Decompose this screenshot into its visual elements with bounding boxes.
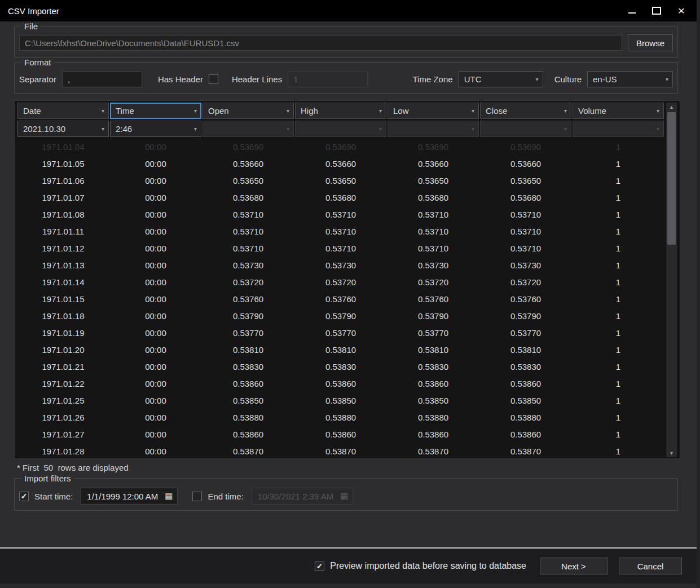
table-cell: 0.53720	[480, 274, 571, 291]
table-cell: 00:00	[110, 443, 201, 457]
time-zone-label: Time Zone	[413, 74, 453, 84]
cancel-button[interactable]: Cancel	[619, 558, 682, 574]
start-time-checkbox[interactable]	[19, 492, 29, 501]
scroll-up-arrow[interactable]: ▲	[666, 103, 677, 111]
table-row[interactable]: 1971.01.0400:000.536900.536900.536900.53…	[17, 139, 664, 156]
table-cell: 1	[573, 443, 664, 457]
culture-label: Culture	[554, 74, 582, 84]
table-cell: 00:00	[110, 359, 201, 375]
has-header-checkbox[interactable]	[209, 74, 218, 84]
table-cell: 0.53710	[202, 240, 294, 257]
table-row[interactable]: 1971.01.1400:000.537200.537200.537200.53…	[17, 274, 664, 291]
start-time-input[interactable]: 1/1/1999 12:00 AM ▦	[81, 488, 178, 505]
table-row[interactable]: 1971.01.0500:000.536600.536600.536600.53…	[17, 156, 664, 173]
chevron-down-icon: ▾	[472, 126, 474, 132]
table-cell: 0.53870	[295, 443, 386, 457]
chevron-down-icon: ▾	[287, 126, 289, 132]
table-cell: 1	[573, 409, 664, 426]
table-row[interactable]: 1971.01.2800:000.538700.538700.538700.53…	[17, 443, 664, 457]
minimize-button[interactable]	[623, 3, 640, 18]
header-lines-label: Header Lines	[232, 74, 282, 84]
table-cell: 0.53650	[388, 173, 479, 189]
table-cell: 0.53850	[480, 392, 571, 409]
table-cell: 0.53710	[480, 206, 571, 223]
table-cell: 0.53770	[480, 325, 571, 342]
next-button[interactable]: Next >	[540, 558, 607, 574]
table-row[interactable]: 1971.01.1300:000.537300.537300.537300.53…	[17, 257, 664, 274]
title-bar: CSV Importer ×	[0, 0, 697, 21]
separator-value: ,	[68, 74, 70, 84]
table-cell: 1971.01.20	[17, 342, 109, 359]
table-row[interactable]: 1971.01.2200:000.538600.538600.538600.53…	[17, 375, 664, 392]
table-row[interactable]: 1971.01.1800:000.537900.537900.537900.53…	[17, 308, 664, 325]
table-cell: 00:00	[110, 206, 201, 223]
format-mapping-date[interactable]: 2021.10.30▾	[17, 121, 109, 137]
column-mapping-time[interactable]: Time▾	[110, 103, 201, 119]
scroll-down-arrow[interactable]: ▼	[666, 449, 677, 457]
table-cell: 0.53710	[202, 206, 294, 223]
table-row[interactable]: 1971.01.1100:000.537100.537100.537100.53…	[17, 223, 664, 240]
table-row[interactable]: 1971.01.2000:000.538100.538100.538100.53…	[17, 342, 664, 359]
table-cell: 1	[573, 291, 664, 308]
column-mapping-date[interactable]: Date▾	[17, 103, 109, 119]
culture-dropdown[interactable]: en-US ▾	[587, 71, 673, 87]
table-row[interactable]: 1971.01.0600:000.536500.536500.536500.53…	[17, 173, 664, 189]
format-mapping-close: ▾	[480, 121, 571, 137]
table-cell: 0.53710	[388, 223, 479, 240]
file-path-input[interactable]: C:\Users\fxhst\OneDrive\Documents\Data\E…	[19, 35, 622, 51]
table-row[interactable]: 1971.01.2600:000.538800.538800.538800.53…	[17, 409, 664, 426]
table-cell: 0.53770	[388, 325, 479, 342]
table-cell: 00:00	[110, 308, 201, 325]
column-mapping-close[interactable]: Close▾	[480, 103, 571, 119]
maximize-button[interactable]	[648, 3, 665, 18]
table-row[interactable]: 1971.01.1500:000.537600.537600.537600.53…	[17, 291, 664, 308]
table-cell: 0.53830	[202, 359, 294, 375]
close-button[interactable]: ×	[673, 3, 690, 18]
column-mapping-close-value: Close	[486, 106, 507, 116]
scrollbar-thumb[interactable]	[667, 112, 676, 245]
table-cell: 00:00	[110, 375, 201, 392]
table-cell: 1	[573, 375, 664, 392]
table-row[interactable]: 1971.01.2700:000.538600.538600.538600.53…	[17, 426, 664, 443]
table-row[interactable]: 1971.01.1200:000.537100.537100.537100.53…	[17, 240, 664, 257]
browse-button[interactable]: Browse	[628, 34, 673, 51]
end-time-input: 10/30/2021 2:39 AM ▦	[252, 488, 353, 505]
table-cell: 1971.01.12	[17, 240, 109, 257]
table-row[interactable]: 1971.01.1900:000.537700.537700.537700.53…	[17, 325, 664, 342]
window-bottom-edge	[0, 583, 697, 588]
start-time-value: 1/1/1999 12:00 AM	[87, 492, 158, 501]
format-mapping-time-value: 2:46	[116, 124, 132, 134]
column-mapping-open[interactable]: Open▾	[202, 103, 294, 119]
table-row[interactable]: 1971.01.0700:000.536800.536800.536800.53…	[17, 189, 664, 206]
table-cell: 0.53860	[388, 375, 479, 392]
table-cell: 0.53850	[388, 392, 479, 409]
time-zone-dropdown[interactable]: UTC ▾	[459, 71, 543, 87]
separator-input[interactable]: ,	[62, 72, 142, 87]
table-cell: 0.53710	[480, 223, 571, 240]
table-cell: 0.53710	[295, 240, 386, 257]
column-mapping-high[interactable]: High▾	[295, 103, 386, 119]
scrollbar-track[interactable]	[666, 111, 677, 449]
table-cell: 1971.01.08	[17, 206, 109, 223]
table-cell: 0.53830	[480, 359, 571, 375]
calendar-icon[interactable]: ▦	[165, 491, 173, 501]
table-cell: 00:00	[110, 409, 201, 426]
table-cell: 00:00	[110, 257, 201, 274]
table-row[interactable]: 1971.01.0800:000.537100.537100.537100.53…	[17, 206, 664, 223]
end-time-checkbox[interactable]	[192, 492, 202, 501]
table-cell: 0.53660	[480, 156, 571, 173]
table-row[interactable]: 1971.01.2100:000.538300.538300.538300.53…	[17, 359, 664, 375]
table-cell: 0.53690	[388, 139, 479, 156]
table-cell: 0.53680	[480, 189, 571, 206]
table-row[interactable]: 1971.01.2500:000.538500.538500.538500.53…	[17, 392, 664, 409]
table-cell: 0.53850	[295, 392, 386, 409]
column-mapping-low[interactable]: Low▾	[388, 103, 479, 119]
column-mapping-volume[interactable]: Volume▾	[573, 103, 664, 119]
vertical-scrollbar[interactable]: ▲ ▼	[666, 103, 677, 457]
chevron-down-icon: ▾	[657, 126, 659, 132]
table-cell: 0.53790	[480, 308, 571, 325]
header-lines-value: 1	[293, 74, 298, 84]
preview-checkbox[interactable]	[315, 562, 324, 571]
chevron-down-icon: ▾	[287, 108, 289, 114]
format-mapping-time[interactable]: 2:46▾	[110, 121, 201, 137]
